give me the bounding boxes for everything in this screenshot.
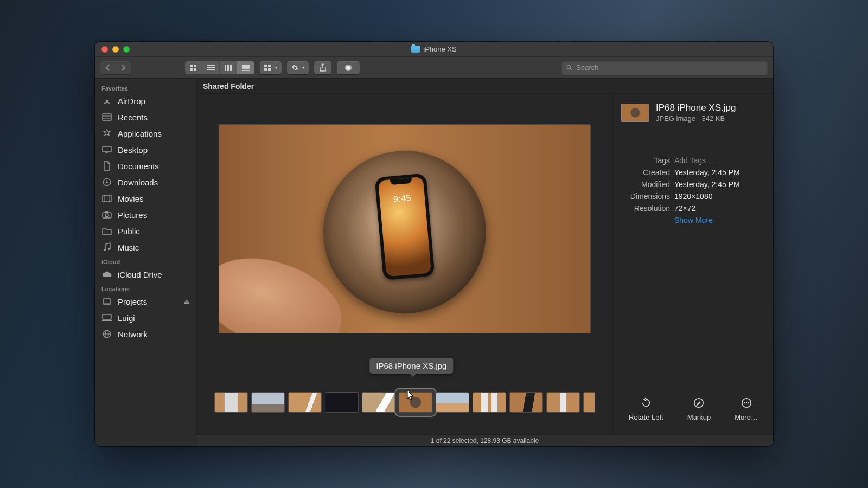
info-tags-value[interactable]: Add Tags…: [674, 156, 765, 165]
sidebar-item-movies[interactable]: Movies: [95, 190, 196, 207]
close-button[interactable]: [101, 46, 108, 53]
share-button[interactable]: [314, 61, 331, 74]
sidebar-item-recents[interactable]: Recents: [95, 109, 196, 125]
sidebar-item-public[interactable]: Public: [95, 223, 196, 239]
svg-point-46: [745, 402, 746, 403]
sidebar-item-downloads[interactable]: Downloads: [95, 174, 196, 190]
forward-button[interactable]: [116, 61, 131, 74]
search-input[interactable]: [576, 63, 763, 72]
thumbnail[interactable]: [509, 392, 543, 413]
thumbnail[interactable]: [251, 392, 285, 413]
titlebar: iPhone XS: [95, 42, 773, 57]
markup-action[interactable]: Markup: [687, 396, 711, 421]
thumbnail[interactable]: [546, 392, 580, 413]
view-switcher[interactable]: [185, 61, 254, 74]
thumbnail[interactable]: [325, 392, 359, 413]
toolbar: ▾ ▾: [95, 57, 773, 79]
svg-rect-3: [194, 68, 196, 71]
svg-point-45: [744, 402, 745, 403]
sidebar-heading-favorites: Favorites: [95, 82, 196, 93]
sidebar-item-music[interactable]: Music: [95, 239, 196, 255]
path-bar: Shared Folder: [196, 79, 773, 94]
sidebar-item-airdrop[interactable]: AirDrop: [95, 93, 196, 109]
info-dimensions-label: Dimensions: [621, 192, 670, 201]
more-action[interactable]: More…: [735, 396, 758, 421]
thumbnail-selected[interactable]: [399, 392, 432, 413]
window-title: iPhone XS: [423, 45, 456, 53]
svg-point-34: [104, 249, 106, 251]
more-icon: [739, 396, 754, 410]
cloud-icon: [101, 271, 112, 278]
gallery-view-button[interactable]: [237, 61, 254, 74]
info-resolution-value: 72×72: [674, 204, 765, 213]
icon-view-button[interactable]: [185, 61, 202, 74]
preview-image[interactable]: 9:45: [219, 124, 591, 333]
back-button[interactable]: [100, 61, 116, 74]
svg-rect-0: [190, 65, 193, 67]
svg-rect-7: [225, 65, 226, 71]
thumbnail[interactable]: [436, 392, 469, 413]
info-created-label: Created: [621, 168, 670, 177]
thumbnail[interactable]: [362, 392, 395, 413]
svg-point-47: [748, 402, 749, 403]
phone-time: 9:45: [379, 192, 425, 206]
sidebar-item-desktop[interactable]: Desktop: [95, 142, 196, 158]
list-view-button[interactable]: [202, 61, 220, 74]
svg-rect-17: [264, 68, 267, 71]
info-created-value: Yesterday, 2:45 PM: [674, 168, 765, 177]
sidebar-item-applications[interactable]: Applications: [95, 125, 196, 142]
movies-icon: [101, 195, 112, 202]
computer-icon: [101, 314, 112, 322]
svg-point-32: [105, 214, 108, 217]
search-field[interactable]: [561, 61, 768, 75]
svg-rect-12: [244, 70, 246, 71]
sidebar-item-network[interactable]: Network: [95, 326, 196, 342]
desktop-icon: [101, 146, 112, 153]
info-dimensions-value: 1920×1080: [674, 192, 765, 201]
sidebar-heading-locations: Locations: [95, 282, 196, 293]
svg-rect-1: [194, 65, 196, 67]
tags-button[interactable]: [337, 61, 360, 74]
markup-icon: [692, 396, 706, 410]
window-controls: [95, 46, 130, 53]
svg-rect-18: [268, 68, 271, 71]
gallery-area: 9:45 IP68 iPhone XS.jpg: [196, 94, 613, 434]
svg-rect-28: [103, 195, 111, 202]
info-thumbnail: [621, 104, 649, 122]
sidebar-item-pictures[interactable]: Pictures: [95, 207, 196, 223]
svg-rect-11: [242, 70, 244, 71]
show-more-link[interactable]: Show More: [614, 213, 773, 224]
disk-icon: [101, 297, 112, 306]
minimize-button[interactable]: [112, 46, 119, 53]
svg-rect-10: [242, 65, 250, 69]
sidebar: Favorites AirDrop Recents Applications D…: [95, 79, 196, 446]
svg-line-20: [570, 68, 572, 70]
info-resolution-label: Resolution: [621, 204, 670, 213]
thumbnail[interactable]: [214, 392, 248, 413]
sidebar-item-projects[interactable]: Projects⏏: [95, 293, 196, 310]
sidebar-item-documents[interactable]: Documents: [95, 158, 196, 174]
column-view-button[interactable]: [220, 61, 237, 74]
folder-icon: [101, 227, 112, 235]
svg-rect-6: [207, 69, 215, 70]
action-button[interactable]: ▾: [287, 61, 309, 74]
filename-tooltip: IP68 iPhone XS.jpg: [369, 358, 453, 374]
documents-icon: [101, 161, 112, 171]
thumbnail[interactable]: [583, 392, 595, 413]
chevron-down-icon: ▾: [275, 65, 277, 70]
svg-rect-2: [190, 68, 193, 71]
thumbnail[interactable]: [288, 392, 322, 413]
eject-icon[interactable]: ⏏: [184, 298, 189, 305]
svg-point-19: [567, 65, 571, 69]
airdrop-icon: [101, 96, 112, 106]
thumbnail[interactable]: [473, 392, 506, 413]
rotate-left-action[interactable]: Rotate Left: [629, 396, 663, 421]
sidebar-item-luigi[interactable]: Luigi: [95, 310, 196, 326]
fullscreen-button[interactable]: [123, 46, 130, 53]
info-modified-label: Modified: [621, 180, 670, 189]
downloads-icon: [101, 177, 112, 187]
arrange-button[interactable]: ▾: [260, 61, 282, 74]
chevron-down-icon: ▾: [302, 65, 304, 70]
svg-rect-15: [264, 65, 267, 67]
sidebar-item-icloud-drive[interactable]: iCloud Drive: [95, 266, 196, 282]
